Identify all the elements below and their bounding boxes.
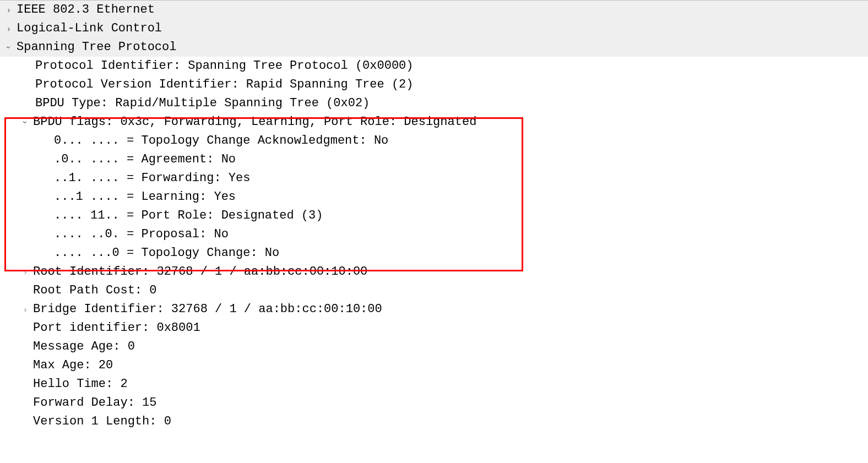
- field-label: Max Age: 20: [33, 356, 113, 375]
- tree-item-proto-id[interactable]: . Protocol Identifier: Spanning Tree Pro…: [0, 57, 868, 75]
- chevron-down-icon[interactable]: ›: [16, 115, 35, 130]
- tree-item-flag-tc[interactable]: . .... ...0 = Topology Change: No: [0, 244, 868, 263]
- field-label: IEEE 802.3 Ethernet: [17, 1, 155, 19]
- tree-item-flag-port-role[interactable]: . .... 11.. = Port Role: Designated (3): [0, 206, 868, 225]
- field-label: BPDU flags: 0x3c, Forwarding, Learning, …: [33, 113, 476, 132]
- field-label: Protocol Version Identifier: Rapid Spann…: [17, 75, 414, 94]
- tree-item-version1-len[interactable]: . Version 1 Length: 0: [0, 412, 868, 431]
- chevron-down-icon[interactable]: ›: [0, 40, 18, 55]
- chevron-right-icon[interactable]: ›: [18, 300, 33, 319]
- tree-item-bridge-id[interactable]: › Bridge Identifier: 32768 / 1 / aa:bb:c…: [0, 300, 868, 319]
- tree-item-llc[interactable]: › Logical-Link Control: [0, 19, 868, 38]
- tree-item-forward-delay[interactable]: . Forward Delay: 15: [0, 394, 868, 412]
- tree-item-bpdu-flags[interactable]: › BPDU flags: 0x3c, Forwarding, Learning…: [0, 113, 868, 132]
- tree-item-message-age[interactable]: . Message Age: 0: [0, 337, 868, 356]
- chevron-right-icon[interactable]: ›: [18, 263, 33, 281]
- packet-details-panel: › IEEE 802.3 Ethernet › Logical-Link Con…: [0, 0, 868, 463]
- tree-item-root-cost[interactable]: . Root Path Cost: 0: [0, 281, 868, 300]
- tree-item-flag-agreement[interactable]: . .0.. .... = Agreement: No: [0, 150, 868, 169]
- field-label: ...1 .... = Learning: Yes: [17, 188, 236, 206]
- chevron-right-icon[interactable]: ›: [1, 19, 17, 38]
- tree-item-stp[interactable]: › Spanning Tree Protocol: [0, 38, 868, 57]
- field-label: .... ...0 = Topology Change: No: [17, 244, 279, 263]
- field-label: .... ..0. = Proposal: No: [17, 225, 229, 244]
- field-label: Forward Delay: 15: [33, 394, 156, 412]
- tree-item-proto-version[interactable]: . Protocol Version Identifier: Rapid Spa…: [0, 75, 868, 94]
- tree-item-bpdu-type[interactable]: . BPDU Type: Rapid/Multiple Spanning Tre…: [0, 94, 868, 113]
- field-label: 0... .... = Topology Change Acknowledgme…: [17, 132, 388, 150]
- tree-item-ethernet[interactable]: › IEEE 802.3 Ethernet: [0, 1, 868, 19]
- field-label: Hello Time: 2: [33, 375, 128, 394]
- tree-item-max-age[interactable]: . Max Age: 20: [0, 356, 868, 375]
- tree-item-flag-learning[interactable]: . ...1 .... = Learning: Yes: [0, 188, 868, 206]
- field-label: Port identifier: 0x8001: [33, 319, 200, 337]
- field-label: BPDU Type: Rapid/Multiple Spanning Tree …: [17, 94, 370, 113]
- field-label: Root Path Cost: 0: [33, 281, 156, 300]
- field-label: Root Identifier: 32768 / 1 / aa:bb:cc:00…: [33, 263, 367, 281]
- tree-item-flag-tca[interactable]: . 0... .... = Topology Change Acknowledg…: [0, 132, 868, 150]
- tree-item-flag-proposal[interactable]: . .... ..0. = Proposal: No: [0, 225, 868, 244]
- field-label: Version 1 Length: 0: [33, 412, 171, 431]
- field-label: Message Age: 0: [33, 337, 135, 356]
- tree-item-root-id[interactable]: › Root Identifier: 32768 / 1 / aa:bb:cc:…: [0, 263, 868, 281]
- tree-item-hello-time[interactable]: . Hello Time: 2: [0, 375, 868, 394]
- tree-item-port-id[interactable]: . Port identifier: 0x8001: [0, 319, 868, 337]
- field-label: Logical-Link Control: [17, 19, 162, 38]
- field-label: Spanning Tree Protocol: [17, 38, 176, 57]
- tree-item-flag-forwarding[interactable]: . ..1. .... = Forwarding: Yes: [0, 169, 868, 188]
- field-label: Bridge Identifier: 32768 / 1 / aa:bb:cc:…: [33, 300, 382, 319]
- field-label: ..1. .... = Forwarding: Yes: [17, 169, 250, 188]
- chevron-right-icon[interactable]: ›: [1, 1, 17, 19]
- field-label: .... 11.. = Port Role: Designated (3): [17, 206, 323, 225]
- field-label: Protocol Identifier: Spanning Tree Proto…: [17, 57, 414, 75]
- field-label: .0.. .... = Agreement: No: [17, 150, 236, 169]
